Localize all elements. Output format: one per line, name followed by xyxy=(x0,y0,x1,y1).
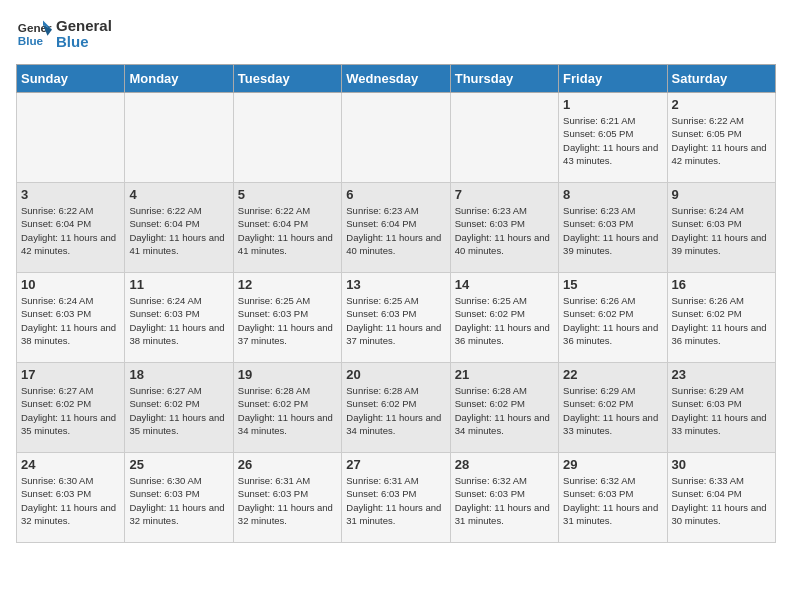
day-info: Sunrise: 6:23 AM Sunset: 6:03 PM Dayligh… xyxy=(563,204,662,257)
day-info: Sunrise: 6:33 AM Sunset: 6:04 PM Dayligh… xyxy=(672,474,771,527)
day-number: 17 xyxy=(21,367,120,382)
day-info: Sunrise: 6:23 AM Sunset: 6:03 PM Dayligh… xyxy=(455,204,554,257)
calendar-day-cell: 20Sunrise: 6:28 AM Sunset: 6:02 PM Dayli… xyxy=(342,363,450,453)
day-info: Sunrise: 6:31 AM Sunset: 6:03 PM Dayligh… xyxy=(238,474,337,527)
calendar-day-cell: 24Sunrise: 6:30 AM Sunset: 6:03 PM Dayli… xyxy=(17,453,125,543)
day-info: Sunrise: 6:29 AM Sunset: 6:02 PM Dayligh… xyxy=(563,384,662,437)
day-number: 3 xyxy=(21,187,120,202)
calendar-day-cell: 8Sunrise: 6:23 AM Sunset: 6:03 PM Daylig… xyxy=(559,183,667,273)
logo: General Blue General Blue xyxy=(16,16,112,52)
day-number: 27 xyxy=(346,457,445,472)
day-info: Sunrise: 6:27 AM Sunset: 6:02 PM Dayligh… xyxy=(21,384,120,437)
day-number: 26 xyxy=(238,457,337,472)
day-info: Sunrise: 6:22 AM Sunset: 6:04 PM Dayligh… xyxy=(21,204,120,257)
weekday-header-sunday: Sunday xyxy=(17,65,125,93)
day-info: Sunrise: 6:30 AM Sunset: 6:03 PM Dayligh… xyxy=(129,474,228,527)
calendar-day-cell: 12Sunrise: 6:25 AM Sunset: 6:03 PM Dayli… xyxy=(233,273,341,363)
logo-icon: General Blue xyxy=(16,16,52,52)
day-number: 15 xyxy=(563,277,662,292)
day-number: 4 xyxy=(129,187,228,202)
day-info: Sunrise: 6:28 AM Sunset: 6:02 PM Dayligh… xyxy=(346,384,445,437)
day-number: 16 xyxy=(672,277,771,292)
calendar-day-cell: 29Sunrise: 6:32 AM Sunset: 6:03 PM Dayli… xyxy=(559,453,667,543)
calendar-week-3: 10Sunrise: 6:24 AM Sunset: 6:03 PM Dayli… xyxy=(17,273,776,363)
weekday-header-saturday: Saturday xyxy=(667,65,775,93)
day-info: Sunrise: 6:28 AM Sunset: 6:02 PM Dayligh… xyxy=(238,384,337,437)
day-number: 24 xyxy=(21,457,120,472)
calendar-day-cell: 6Sunrise: 6:23 AM Sunset: 6:04 PM Daylig… xyxy=(342,183,450,273)
calendar-day-cell xyxy=(17,93,125,183)
day-number: 20 xyxy=(346,367,445,382)
calendar-day-cell: 16Sunrise: 6:26 AM Sunset: 6:02 PM Dayli… xyxy=(667,273,775,363)
day-number: 21 xyxy=(455,367,554,382)
day-info: Sunrise: 6:28 AM Sunset: 6:02 PM Dayligh… xyxy=(455,384,554,437)
calendar-day-cell xyxy=(125,93,233,183)
day-info: Sunrise: 6:27 AM Sunset: 6:02 PM Dayligh… xyxy=(129,384,228,437)
logo-general: General xyxy=(56,18,112,35)
day-number: 7 xyxy=(455,187,554,202)
day-number: 1 xyxy=(563,97,662,112)
weekday-header-thursday: Thursday xyxy=(450,65,558,93)
calendar-day-cell: 9Sunrise: 6:24 AM Sunset: 6:03 PM Daylig… xyxy=(667,183,775,273)
day-info: Sunrise: 6:22 AM Sunset: 6:04 PM Dayligh… xyxy=(238,204,337,257)
day-number: 14 xyxy=(455,277,554,292)
calendar-day-cell: 7Sunrise: 6:23 AM Sunset: 6:03 PM Daylig… xyxy=(450,183,558,273)
calendar-day-cell: 27Sunrise: 6:31 AM Sunset: 6:03 PM Dayli… xyxy=(342,453,450,543)
day-info: Sunrise: 6:22 AM Sunset: 6:04 PM Dayligh… xyxy=(129,204,228,257)
page-header: General Blue General Blue xyxy=(16,16,776,52)
weekday-header-tuesday: Tuesday xyxy=(233,65,341,93)
day-number: 28 xyxy=(455,457,554,472)
calendar-day-cell: 22Sunrise: 6:29 AM Sunset: 6:02 PM Dayli… xyxy=(559,363,667,453)
day-info: Sunrise: 6:25 AM Sunset: 6:02 PM Dayligh… xyxy=(455,294,554,347)
calendar-day-cell xyxy=(233,93,341,183)
day-info: Sunrise: 6:24 AM Sunset: 6:03 PM Dayligh… xyxy=(672,204,771,257)
day-number: 5 xyxy=(238,187,337,202)
calendar-day-cell: 28Sunrise: 6:32 AM Sunset: 6:03 PM Dayli… xyxy=(450,453,558,543)
day-info: Sunrise: 6:23 AM Sunset: 6:04 PM Dayligh… xyxy=(346,204,445,257)
day-info: Sunrise: 6:30 AM Sunset: 6:03 PM Dayligh… xyxy=(21,474,120,527)
calendar-day-cell: 23Sunrise: 6:29 AM Sunset: 6:03 PM Dayli… xyxy=(667,363,775,453)
calendar-day-cell: 3Sunrise: 6:22 AM Sunset: 6:04 PM Daylig… xyxy=(17,183,125,273)
calendar-day-cell: 5Sunrise: 6:22 AM Sunset: 6:04 PM Daylig… xyxy=(233,183,341,273)
calendar-day-cell: 4Sunrise: 6:22 AM Sunset: 6:04 PM Daylig… xyxy=(125,183,233,273)
day-number: 23 xyxy=(672,367,771,382)
calendar-day-cell: 17Sunrise: 6:27 AM Sunset: 6:02 PM Dayli… xyxy=(17,363,125,453)
calendar-week-4: 17Sunrise: 6:27 AM Sunset: 6:02 PM Dayli… xyxy=(17,363,776,453)
day-info: Sunrise: 6:24 AM Sunset: 6:03 PM Dayligh… xyxy=(129,294,228,347)
day-number: 19 xyxy=(238,367,337,382)
calendar-day-cell: 1Sunrise: 6:21 AM Sunset: 6:05 PM Daylig… xyxy=(559,93,667,183)
day-number: 11 xyxy=(129,277,228,292)
day-info: Sunrise: 6:24 AM Sunset: 6:03 PM Dayligh… xyxy=(21,294,120,347)
calendar-day-cell: 25Sunrise: 6:30 AM Sunset: 6:03 PM Dayli… xyxy=(125,453,233,543)
calendar-day-cell: 13Sunrise: 6:25 AM Sunset: 6:03 PM Dayli… xyxy=(342,273,450,363)
day-number: 6 xyxy=(346,187,445,202)
weekday-header-wednesday: Wednesday xyxy=(342,65,450,93)
day-info: Sunrise: 6:31 AM Sunset: 6:03 PM Dayligh… xyxy=(346,474,445,527)
calendar-week-1: 1Sunrise: 6:21 AM Sunset: 6:05 PM Daylig… xyxy=(17,93,776,183)
calendar-day-cell: 18Sunrise: 6:27 AM Sunset: 6:02 PM Dayli… xyxy=(125,363,233,453)
weekday-header-row: SundayMondayTuesdayWednesdayThursdayFrid… xyxy=(17,65,776,93)
svg-text:Blue: Blue xyxy=(18,34,44,47)
calendar-day-cell: 26Sunrise: 6:31 AM Sunset: 6:03 PM Dayli… xyxy=(233,453,341,543)
calendar-day-cell: 15Sunrise: 6:26 AM Sunset: 6:02 PM Dayli… xyxy=(559,273,667,363)
day-info: Sunrise: 6:25 AM Sunset: 6:03 PM Dayligh… xyxy=(238,294,337,347)
calendar-day-cell: 2Sunrise: 6:22 AM Sunset: 6:05 PM Daylig… xyxy=(667,93,775,183)
calendar-day-cell: 19Sunrise: 6:28 AM Sunset: 6:02 PM Dayli… xyxy=(233,363,341,453)
calendar-day-cell xyxy=(450,93,558,183)
day-info: Sunrise: 6:26 AM Sunset: 6:02 PM Dayligh… xyxy=(672,294,771,347)
calendar-day-cell: 11Sunrise: 6:24 AM Sunset: 6:03 PM Dayli… xyxy=(125,273,233,363)
day-number: 9 xyxy=(672,187,771,202)
day-number: 2 xyxy=(672,97,771,112)
weekday-header-monday: Monday xyxy=(125,65,233,93)
logo-blue: Blue xyxy=(56,34,112,51)
day-info: Sunrise: 6:22 AM Sunset: 6:05 PM Dayligh… xyxy=(672,114,771,167)
calendar-day-cell: 30Sunrise: 6:33 AM Sunset: 6:04 PM Dayli… xyxy=(667,453,775,543)
day-number: 29 xyxy=(563,457,662,472)
calendar-day-cell: 14Sunrise: 6:25 AM Sunset: 6:02 PM Dayli… xyxy=(450,273,558,363)
calendar-week-5: 24Sunrise: 6:30 AM Sunset: 6:03 PM Dayli… xyxy=(17,453,776,543)
day-number: 22 xyxy=(563,367,662,382)
day-info: Sunrise: 6:29 AM Sunset: 6:03 PM Dayligh… xyxy=(672,384,771,437)
day-info: Sunrise: 6:32 AM Sunset: 6:03 PM Dayligh… xyxy=(563,474,662,527)
calendar-week-2: 3Sunrise: 6:22 AM Sunset: 6:04 PM Daylig… xyxy=(17,183,776,273)
day-info: Sunrise: 6:32 AM Sunset: 6:03 PM Dayligh… xyxy=(455,474,554,527)
